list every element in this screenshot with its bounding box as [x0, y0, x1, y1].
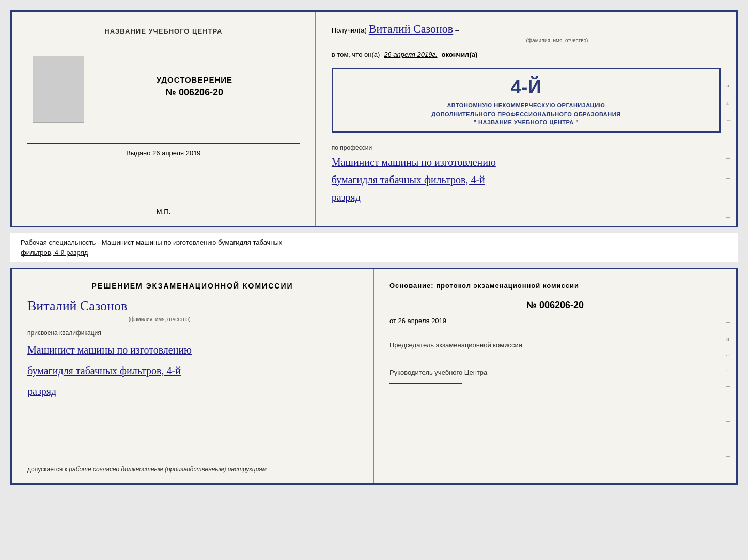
- side-dashes-bottom: – – и а ← – – – – –: [726, 300, 732, 460]
- side-dashes-top: – – и а ← – – – – –: [726, 43, 732, 221]
- recipient-prefix: Получил(а): [332, 26, 367, 34]
- margin-и: и: [726, 82, 732, 88]
- cert-number: № 006206-20: [89, 87, 300, 98]
- chairman-signature-line: [389, 357, 462, 357]
- margin-а: а: [726, 100, 732, 106]
- ot-label: от: [389, 317, 396, 325]
- recipient-line: Получил(а) Виталий Сазонов –: [332, 22, 721, 36]
- dash2: –: [726, 62, 732, 71]
- recipient-hint: (фамилия, имя, отчество): [394, 38, 721, 43]
- rdash1: –: [726, 300, 732, 309]
- name-underline-field: [27, 315, 291, 315]
- dash3: –: [726, 135, 732, 143]
- dash1: –: [726, 43, 732, 51]
- completion-date: 26 апреля 2019г.: [384, 51, 437, 58]
- rdash7: –: [726, 452, 732, 460]
- dash5: –: [726, 174, 732, 182]
- label-line2: фильтров, 4-й разряд: [21, 248, 727, 258]
- photo-placeholder: [33, 56, 84, 123]
- bottom-left-panel: Решением экзаменационной комиссии Витали…: [12, 269, 374, 483]
- dash6: –: [726, 194, 732, 202]
- qualification-line1: Машинист машины по изготовлению: [27, 341, 357, 359]
- profession-line1: Машинист машины по изготовлению: [332, 153, 721, 171]
- cert-right-panel: Получил(а) Виталий Сазонов – (фамилия, и…: [316, 12, 736, 226]
- chairman-title: Председатель экзаменационной комиссии: [389, 340, 721, 350]
- ot-line: от 26 апреля 2019: [389, 317, 721, 325]
- допускается-block: допускается к работе согласно должностны…: [27, 466, 357, 473]
- stamp-box: 4-й АВТОНОМНУЮ НЕКОММЕРЧЕСКУЮ ОРГАНИЗАЦИ…: [332, 68, 721, 133]
- label-line1: Рабочая специальность - Машинист машины …: [21, 237, 727, 248]
- cert-left-panel: НАЗВАНИЕ УЧЕБНОГО ЦЕНТРА УДОСТОВЕРЕНИЕ №…: [12, 12, 316, 226]
- cert-issued-line: Выдано 26 апреля 2019: [126, 149, 200, 157]
- decision-title: Решением экзаменационной комиссии: [27, 282, 357, 290]
- допускается-text: работе согласно должностным (производств…: [69, 466, 267, 473]
- finished-label: окончил(а): [442, 51, 478, 58]
- qualification-line2: бумагидля табачных фильтров, 4-й: [27, 361, 357, 380]
- margin-left-arrow: ←: [726, 117, 732, 123]
- person-hint: (фамилия, имя, отчество): [27, 316, 291, 322]
- qualification-line3: разряд: [27, 382, 357, 401]
- rdash5: –: [726, 417, 732, 425]
- dash4: –: [726, 154, 732, 163]
- top-certificate-spread: НАЗВАНИЕ УЧЕБНОГО ЦЕНТРА УДОСТОВЕРЕНИЕ №…: [10, 10, 738, 227]
- stamp-line3: ДОПОЛНИТЕЛЬНОГО ПРОФЕССИОНАЛЬНОГО ОБРАЗО…: [339, 110, 713, 119]
- stamp-line4: " НАЗВАНИЕ УЧЕБНОГО ЦЕНТРА ": [339, 118, 713, 127]
- допускается-prefix: допускается к: [27, 466, 67, 473]
- rmargin-и: и: [726, 335, 732, 342]
- rdash3: –: [726, 382, 732, 390]
- profession-label: по профессии: [332, 144, 721, 151]
- rdash4: –: [726, 399, 732, 408]
- mp-line: М.П.: [157, 202, 170, 215]
- rmargin-а: а: [726, 351, 732, 357]
- profession-line2: бумагидля табачных фильтров, 4-й: [332, 171, 721, 188]
- stamp-number: 4-й: [339, 73, 713, 101]
- recipient-name: Виталий Сазонов: [369, 22, 453, 36]
- person-name: Виталий Сазонов: [27, 298, 357, 314]
- bottom-right-panel: Основание: протокол экзаменационной коми…: [374, 269, 736, 483]
- head-signature-line: [389, 383, 462, 384]
- ot-date: 26 апреля 2019: [398, 317, 447, 325]
- profession-line3: разряд: [332, 188, 721, 206]
- head-title: Руководитель учебного Центра: [389, 367, 721, 378]
- page-wrapper: НАЗВАНИЕ УЧЕБНОГО ЦЕНТРА УДОСТОВЕРЕНИЕ №…: [10, 10, 738, 485]
- osnование-label: Основание: протокол экзаменационной коми…: [389, 282, 721, 290]
- issued-date: 26 апреля 2019: [152, 149, 201, 157]
- stamp-line2: АВТОНОМНУЮ НЕКОММЕРЧЕСКУЮ ОРГАНИЗАЦИЮ: [339, 101, 713, 110]
- cert-main-title: УДОСТОВЕРЕНИЕ: [89, 75, 300, 84]
- bottom-certificate-spread: Решением экзаменационной комиссии Витали…: [10, 268, 738, 485]
- dash7: –: [726, 213, 732, 221]
- rmargin-arrow: ←: [726, 366, 732, 373]
- label-strip: Рабочая специальность - Машинист машины …: [10, 233, 738, 262]
- rdash2: –: [726, 318, 732, 326]
- rdash6: –: [726, 435, 732, 443]
- assigned-label: присвоена квалификация: [27, 329, 357, 337]
- issued-label: Выдано: [126, 149, 150, 157]
- in-that-prefix: в том, что он(а): [332, 51, 380, 58]
- top-center-title: НАЗВАНИЕ УЧЕБНОГО ЦЕНТРА: [104, 27, 222, 35]
- in-that-line: в том, что он(а) 26 апреля 2019г. окончи…: [332, 51, 721, 58]
- protocol-number: № 006206-20: [389, 300, 721, 311]
